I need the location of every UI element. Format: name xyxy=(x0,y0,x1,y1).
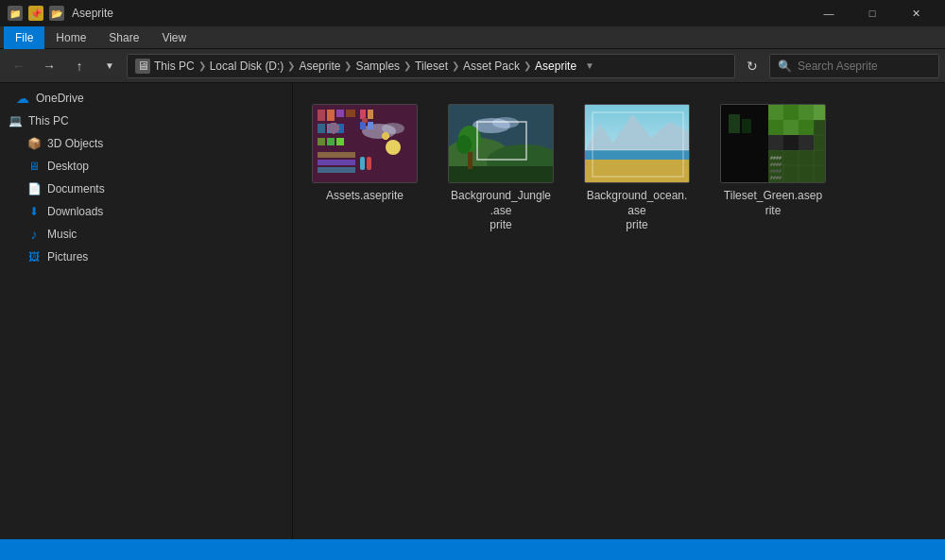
status-bar xyxy=(0,539,945,560)
sidebar-item-desktop[interactable]: 🖥 Desktop xyxy=(0,155,292,178)
file-name-ocean: Background_ocean.aseprite xyxy=(586,189,688,233)
svg-rect-59 xyxy=(742,119,751,133)
title-bar: 📁 📌 📂 Aseprite — □ ✕ xyxy=(0,0,945,26)
svg-point-11 xyxy=(362,124,396,139)
recent-locations-button[interactable]: ▼ xyxy=(96,53,123,79)
breadcrumb-localdisk[interactable]: Local Disk (D:) xyxy=(210,59,284,73)
breadcrumb-arrow-4: ❯ xyxy=(404,60,411,71)
file-name-jungle: Background_Jungle.aseprite xyxy=(450,189,552,233)
svg-rect-49 xyxy=(783,105,799,120)
minimize-button[interactable]: — xyxy=(807,0,850,26)
breadcrumb-tileset[interactable]: Tileset xyxy=(415,59,448,73)
tab-home[interactable]: Home xyxy=(44,26,97,49)
svg-rect-51 xyxy=(814,105,825,120)
breadcrumb-aseprite-active[interactable]: Aseprite xyxy=(535,59,576,73)
breadcrumb-thispc[interactable]: This PC xyxy=(154,59,195,73)
svg-text:####: #### xyxy=(770,155,782,161)
svg-rect-50 xyxy=(799,105,814,120)
maximize-button[interactable]: □ xyxy=(850,0,894,26)
sidebar-item-3dobjects[interactable]: 📦 3D Objects xyxy=(0,132,292,155)
svg-rect-3 xyxy=(336,110,344,117)
pictures-icon: 🖼 xyxy=(26,249,42,264)
file-grid: Assets.aseprite xyxy=(308,98,930,239)
back-button[interactable]: ← xyxy=(6,53,32,79)
svg-rect-39 xyxy=(721,105,768,182)
thispc-icon: 💻 xyxy=(8,113,23,128)
breadcrumb-folder-icon: 🖥 xyxy=(135,59,150,74)
svg-point-28 xyxy=(492,117,519,128)
svg-rect-54 xyxy=(799,120,814,135)
svg-text:####: #### xyxy=(770,175,782,180)
svg-rect-57 xyxy=(799,135,814,150)
svg-rect-1 xyxy=(318,110,325,121)
refresh-button[interactable]: ↻ xyxy=(739,53,765,79)
svg-rect-8 xyxy=(318,138,325,145)
breadcrumb-arrow-1: ❯ xyxy=(198,60,206,71)
main-area: ☁ OneDrive 💻 This PC 📦 3D Objects 🖥 Desk… xyxy=(0,83,945,539)
svg-rect-55 xyxy=(768,135,783,150)
file-item-jungle[interactable]: Background_Jungle.aseprite xyxy=(444,98,558,239)
sidebar-item-thispc[interactable]: 💻 This PC xyxy=(0,110,292,132)
svg-text:####: #### xyxy=(770,168,782,174)
thumb-jungle-img xyxy=(449,105,553,182)
svg-rect-48 xyxy=(768,105,783,120)
file-item-ocean[interactable]: Background_ocean.aseprite xyxy=(580,98,694,239)
sidebar-item-pictures[interactable]: 🖼 Pictures xyxy=(0,246,292,268)
close-button[interactable]: ✕ xyxy=(894,0,937,26)
up-button[interactable]: ↑ xyxy=(66,53,93,79)
svg-rect-58 xyxy=(729,114,740,133)
sidebar-label-music: Music xyxy=(47,228,77,241)
app-icon-2: 📌 xyxy=(28,6,43,21)
documents-icon: 📄 xyxy=(26,181,42,196)
sidebar-item-music[interactable]: ♪ Music xyxy=(0,223,292,246)
file-item-assets[interactable]: Assets.aseprite xyxy=(308,98,421,210)
svg-rect-56 xyxy=(783,135,799,150)
file-thumbnail-tileset: #### #### #### #### xyxy=(720,104,826,183)
svg-point-12 xyxy=(382,123,404,134)
sidebar-item-downloads[interactable]: ⬇ Downloads xyxy=(0,200,292,223)
sidebar-label-downloads: Downloads xyxy=(47,205,103,218)
window-title: Aseprite xyxy=(72,7,113,20)
svg-point-13 xyxy=(386,140,401,155)
onedrive-icon: ☁ xyxy=(15,91,30,106)
file-area: Assets.aseprite xyxy=(293,83,945,539)
svg-rect-18 xyxy=(318,152,355,158)
svg-rect-52 xyxy=(768,120,783,135)
sidebar-label-3dobjects: 3D Objects xyxy=(47,137,103,150)
svg-rect-15 xyxy=(368,110,373,119)
svg-rect-53 xyxy=(783,120,799,135)
svg-rect-20 xyxy=(318,167,355,173)
window-controls: — □ ✕ xyxy=(807,0,937,26)
breadcrumb-aseprite[interactable]: Aseprite xyxy=(299,59,340,73)
svg-rect-22 xyxy=(367,157,371,170)
breadcrumb-arrow-5: ❯ xyxy=(452,60,459,71)
svg-rect-5 xyxy=(327,124,335,133)
sidebar-label-pictures: Pictures xyxy=(47,250,88,263)
tab-view[interactable]: View xyxy=(150,26,198,49)
svg-rect-4 xyxy=(318,124,325,133)
svg-rect-19 xyxy=(318,160,355,165)
breadcrumb-dropdown-button[interactable]: ▼ xyxy=(580,54,599,78)
address-bar: ← → ↑ ▼ 🖥 This PC ❯ Local Disk (D:) ❯ As… xyxy=(0,49,945,83)
svg-rect-14 xyxy=(360,110,366,119)
file-name-assets: Assets.aseprite xyxy=(326,189,404,204)
sidebar-item-onedrive[interactable]: ☁ OneDrive xyxy=(0,87,292,110)
sidebar-item-documents[interactable]: 📄 Documents xyxy=(0,178,292,200)
breadcrumb-bar: 🖥 This PC ❯ Local Disk (D:) ❯ Aseprite ❯… xyxy=(127,54,735,78)
file-item-tileset[interactable]: #### #### #### #### Tileset_Green.asepri… xyxy=(716,98,830,224)
breadcrumb-assetpack[interactable]: Asset Pack xyxy=(463,59,520,73)
file-thumbnail-jungle xyxy=(448,104,554,183)
svg-rect-2 xyxy=(327,110,335,121)
svg-point-31 xyxy=(456,135,472,154)
tab-file[interactable]: File xyxy=(4,26,44,49)
breadcrumb-samples[interactable]: Samples xyxy=(355,59,400,73)
sidebar: ☁ OneDrive 💻 This PC 📦 3D Objects 🖥 Desk… xyxy=(0,83,293,539)
forward-button[interactable]: → xyxy=(36,53,62,79)
tab-share[interactable]: Share xyxy=(97,26,150,49)
svg-text:####: #### xyxy=(770,161,782,167)
svg-rect-17 xyxy=(368,122,373,129)
search-input[interactable] xyxy=(798,59,931,73)
search-icon: 🔍 xyxy=(778,59,792,73)
svg-rect-10 xyxy=(336,138,344,145)
search-box: 🔍 xyxy=(769,54,939,78)
